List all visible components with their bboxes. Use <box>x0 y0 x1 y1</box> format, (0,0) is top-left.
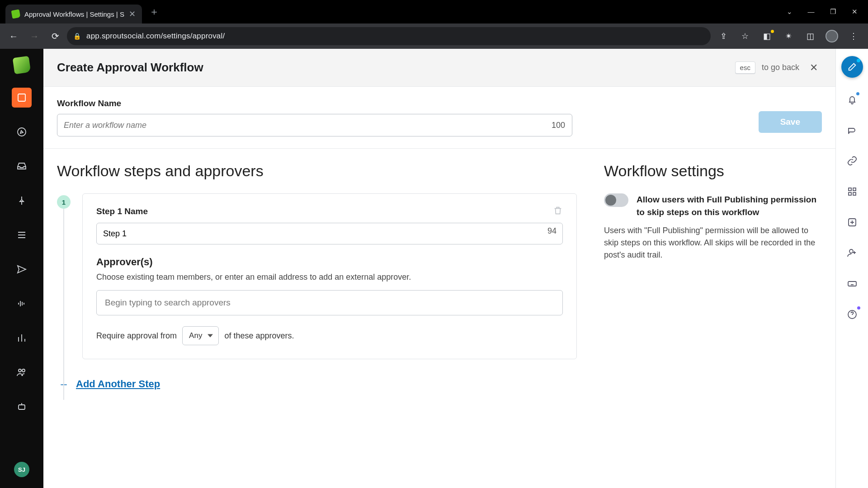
step-name-counter: 94 <box>547 226 557 236</box>
help-button[interactable] <box>843 305 861 324</box>
step-connector-line <box>63 209 64 400</box>
skip-steps-description: Users with "Full Publishing" permission … <box>604 225 822 261</box>
nav-back-button[interactable]: ← <box>5 27 23 45</box>
browser-titlebar: Approval Workflows | Settings | S ✕ ＋ ⌄ … <box>0 0 868 23</box>
extension-icon[interactable]: ◧ <box>760 30 773 42</box>
svg-rect-5 <box>849 188 851 191</box>
lock-icon: 🔒 <box>73 33 81 40</box>
window-controls: ⌄ ― ❐ ✕ <box>785 8 863 16</box>
approvers-search-input[interactable] <box>96 290 563 315</box>
url-text: app.sproutsocial.com/settings/approval/ <box>86 32 225 41</box>
user-avatar[interactable]: SJ <box>14 462 29 477</box>
tab-search-icon[interactable]: ⌄ <box>785 8 794 16</box>
page-title: Create Approval Workflow <box>57 61 203 75</box>
go-back-label: to go back <box>762 63 799 72</box>
add-step-label: Add Another Step <box>76 378 160 390</box>
approvers-heading: Approver(s) <box>96 256 563 268</box>
browser-tab[interactable]: Approval Workflows | Settings | S ✕ <box>5 5 142 23</box>
compose-button[interactable] <box>841 56 863 78</box>
nav-item-reports[interactable] <box>12 328 32 348</box>
step-name-input[interactable] <box>96 223 563 244</box>
bookmark-icon[interactable]: ☆ <box>739 30 751 42</box>
skip-steps-toggle-label: Allow users with Full Publishing permiss… <box>637 193 822 218</box>
nav-reload-button[interactable]: ⟳ <box>46 27 64 45</box>
steps-section-title: Workflow steps and approvers <box>57 162 577 180</box>
profile-avatar-icon[interactable] <box>826 30 838 42</box>
require-suffix-text: of these approvers. <box>224 331 294 341</box>
notifications-button[interactable] <box>843 90 861 108</box>
close-button[interactable]: ✕ <box>806 60 822 76</box>
window-close-icon[interactable]: ✕ <box>850 8 859 16</box>
approvers-help-text: Choose existing team members, or enter a… <box>96 272 563 282</box>
tab-close-icon[interactable]: ✕ <box>129 9 136 19</box>
esc-key-hint: esc <box>735 61 755 74</box>
settings-section-title: Workflow settings <box>604 162 822 180</box>
require-prefix-text: Require approval from <box>96 331 177 341</box>
tab-title: Approval Workflows | Settings | S <box>24 10 124 18</box>
require-select-value: Any <box>189 331 202 340</box>
activity-button[interactable] <box>843 121 861 139</box>
skip-steps-toggle[interactable] <box>604 193 628 207</box>
app-left-nav: SJ <box>0 49 43 488</box>
chrome-menu-icon[interactable]: ⋮ <box>847 30 860 42</box>
svg-rect-4 <box>19 405 25 409</box>
new-tab-button[interactable]: ＋ <box>149 5 159 19</box>
svg-rect-8 <box>853 192 856 195</box>
svg-point-1 <box>18 128 26 136</box>
nav-item-people[interactable] <box>12 362 32 382</box>
extensions-menu-icon[interactable]: ✴ <box>782 30 795 42</box>
save-button[interactable]: Save <box>759 111 822 133</box>
svg-rect-0 <box>18 94 25 101</box>
svg-rect-6 <box>853 188 856 191</box>
svg-point-2 <box>19 369 21 372</box>
svg-point-10 <box>849 249 853 253</box>
omnibox[interactable]: 🔒 app.sproutsocial.com/settings/approval… <box>67 27 711 45</box>
workflow-name-label: Workflow Name <box>57 99 572 108</box>
step-number-badge: 1 <box>57 195 71 209</box>
apps-grid-button[interactable] <box>843 183 861 201</box>
add-square-button[interactable] <box>843 213 861 231</box>
step-name-label: Step 1 Name <box>96 206 148 216</box>
window-minimize-icon[interactable]: ― <box>807 8 816 16</box>
window-maximize-icon[interactable]: ❐ <box>828 8 837 16</box>
nav-forward-button[interactable]: → <box>25 27 43 45</box>
nav-item-pin[interactable] <box>12 191 32 211</box>
app-right-rail <box>835 49 868 488</box>
sidepanel-icon[interactable]: ◫ <box>804 30 816 42</box>
add-step-button[interactable]: ＋ Add Another Step <box>57 377 577 391</box>
sprout-logo-icon[interactable] <box>13 56 31 75</box>
svg-rect-11 <box>848 282 856 286</box>
invite-user-button[interactable] <box>843 244 861 262</box>
delete-step-button[interactable] <box>553 206 563 217</box>
keyboard-shortcuts-button[interactable] <box>843 275 861 293</box>
svg-rect-7 <box>849 192 851 195</box>
nav-item-send[interactable] <box>12 259 32 279</box>
workflow-name-input[interactable] <box>57 114 572 136</box>
nav-item-dashboard[interactable] <box>12 88 32 108</box>
main-panel: Create Approval Workflow esc to go back … <box>43 49 835 488</box>
step-card: Step 1 Name 94 Approver(s) Choose existi… <box>82 193 577 359</box>
nav-item-compass[interactable] <box>12 122 32 142</box>
nav-item-list[interactable] <box>12 225 32 245</box>
share-icon[interactable]: ⇪ <box>717 30 730 42</box>
panel-header: Create Approval Workflow esc to go back … <box>43 49 835 87</box>
require-count-select[interactable]: Any <box>182 326 219 345</box>
browser-address-bar: ← → ⟳ 🔒 app.sproutsocial.com/settings/ap… <box>0 23 868 49</box>
favicon-icon <box>11 9 21 19</box>
nav-item-audio[interactable] <box>12 294 32 314</box>
svg-point-3 <box>22 369 25 372</box>
link-button[interactable] <box>843 152 861 170</box>
workflow-name-counter: 100 <box>552 121 565 130</box>
nav-item-inbox[interactable] <box>12 156 32 176</box>
nav-item-bot[interactable] <box>12 397 32 417</box>
